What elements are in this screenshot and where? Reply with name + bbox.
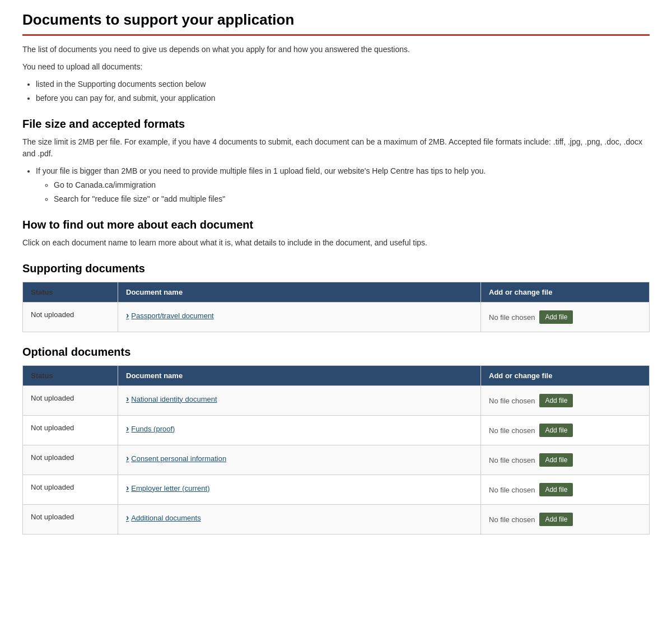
- intro-p2: You need to upload all documents:: [22, 61, 650, 73]
- optional-add-file-btn-2[interactable]: Add file: [539, 453, 573, 467]
- intro-p1: The list of documents you need to give u…: [22, 44, 650, 55]
- page-title: Documents to support your application: [22, 11, 650, 36]
- supporting-header-add: Add or change file: [481, 282, 649, 302]
- supporting-row-0-add: No file chosen Add file: [481, 303, 649, 332]
- optional-row-0-docname: National identity document: [118, 386, 481, 415]
- file-size-bullet-1: If your file is bigger than 2MB or you n…: [36, 165, 650, 177]
- additional-documents-link[interactable]: Additional documents: [126, 513, 473, 523]
- optional-row-4-docname: Additional documents: [118, 505, 481, 534]
- intro-bullets-list: listed in the Supporting documents secti…: [36, 78, 650, 104]
- optional-add-file-btn-0[interactable]: Add file: [539, 394, 573, 407]
- optional-add-file-btn-4[interactable]: Add file: [539, 513, 573, 526]
- file-size-sub-list: Go to Canada.ca/immigration Search for "…: [54, 179, 650, 205]
- optional-row-3-add: No file chosen Add file: [481, 475, 649, 504]
- supporting-table: Status Document name Add or change file …: [22, 282, 650, 332]
- optional-row-1-no-file: No file chosen: [489, 426, 535, 435]
- supporting-row-0-status: Not uploaded: [23, 303, 118, 332]
- supporting-header-docname: Document name: [118, 282, 481, 302]
- optional-row-2-status: Not uploaded: [23, 445, 118, 475]
- optional-table-row-0: Not uploaded National identity document …: [23, 385, 649, 415]
- optional-row-1-status: Not uploaded: [23, 416, 118, 445]
- national-identity-link[interactable]: National identity document: [126, 394, 473, 404]
- intro-bullet-1: listed in the Supporting documents secti…: [36, 78, 650, 90]
- supporting-table-row: Not uploaded Passport/travel document No…: [23, 302, 649, 332]
- optional-table-row-3: Not uploaded Employer letter (current) N…: [23, 475, 649, 504]
- intro-bullet-2: before you can pay for, and submit, your…: [36, 92, 650, 104]
- optional-row-4-add: No file chosen Add file: [481, 505, 649, 534]
- optional-row-2-docname: Consent personal information: [118, 445, 481, 475]
- supporting-row-0-no-file: No file chosen: [489, 313, 535, 322]
- optional-row-0-add: No file chosen Add file: [481, 386, 649, 415]
- consent-personal-link[interactable]: Consent personal information: [126, 453, 473, 463]
- supporting-title: Supporting documents: [22, 262, 650, 275]
- optional-row-0-no-file: No file chosen: [489, 397, 535, 405]
- optional-row-1-docname: Funds (proof): [118, 416, 481, 445]
- how-to-title: How to find out more about each document: [22, 218, 650, 231]
- optional-row-3-no-file: No file chosen: [489, 486, 535, 494]
- file-size-sub-1: Go to Canada.ca/immigration: [54, 179, 650, 191]
- file-size-sub-2: Search for "reduce file size" or "add mu…: [54, 193, 650, 205]
- supporting-row-0-docname: Passport/travel document: [118, 303, 481, 332]
- file-size-title: File size and accepted formats: [22, 118, 650, 131]
- optional-title: Optional documents: [22, 346, 650, 359]
- optional-add-file-btn-1[interactable]: Add file: [539, 424, 573, 437]
- optional-table-row-2: Not uploaded Consent personal informatio…: [23, 445, 649, 475]
- supporting-add-file-btn-0[interactable]: Add file: [539, 310, 573, 324]
- supporting-table-header: Status Document name Add or change file: [23, 282, 649, 302]
- passport-travel-link[interactable]: Passport/travel document: [126, 310, 473, 320]
- supporting-header-status: Status: [23, 282, 118, 302]
- optional-row-3-docname: Employer letter (current): [118, 475, 481, 504]
- file-size-bullets: If your file is bigger than 2MB or you n…: [36, 165, 650, 205]
- optional-row-4-status: Not uploaded: [23, 505, 118, 534]
- optional-row-2-no-file: No file chosen: [489, 456, 535, 464]
- optional-row-3-status: Not uploaded: [23, 475, 118, 504]
- optional-header-status: Status: [23, 366, 118, 385]
- optional-table-row-1: Not uploaded Funds (proof) No file chose…: [23, 415, 649, 445]
- optional-row-0-status: Not uploaded: [23, 386, 118, 415]
- optional-row-2-add: No file chosen Add file: [481, 445, 649, 475]
- employer-letter-link[interactable]: Employer letter (current): [126, 483, 473, 493]
- optional-header-docname: Document name: [118, 366, 481, 385]
- optional-row-4-no-file: No file chosen: [489, 515, 535, 524]
- optional-row-1-add: No file chosen Add file: [481, 416, 649, 445]
- optional-add-file-btn-3[interactable]: Add file: [539, 483, 573, 496]
- funds-proof-link[interactable]: Funds (proof): [126, 424, 473, 434]
- optional-header-add: Add or change file: [481, 366, 649, 385]
- optional-table: Status Document name Add or change file …: [22, 365, 650, 534]
- how-to-p1: Click on each document name to learn mor…: [22, 237, 650, 249]
- optional-table-header: Status Document name Add or change file: [23, 366, 649, 385]
- optional-table-row-4: Not uploaded Additional documents No fil…: [23, 504, 649, 534]
- file-size-p1: The size limit is 2MB per file. For exam…: [22, 136, 650, 160]
